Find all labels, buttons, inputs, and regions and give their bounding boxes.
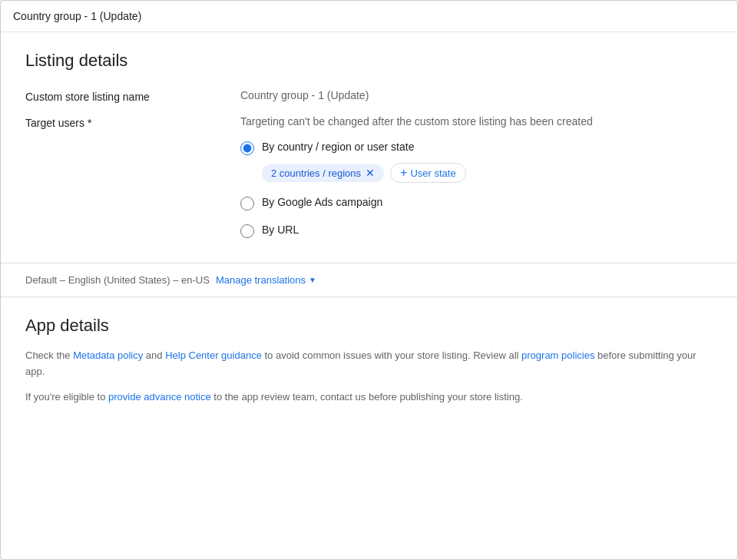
- radio-country-label: By country / region or user state: [262, 140, 414, 155]
- policy-text-1: Check the: [25, 350, 73, 361]
- custom-store-listing-row: Custom store listing name Country group …: [25, 89, 713, 103]
- radio-url-label: By URL: [262, 223, 299, 238]
- policy-text-2: and: [143, 350, 165, 361]
- radio-group: By country / region or user state 2 coun…: [240, 140, 713, 238]
- chevron-down-icon: ▼: [309, 276, 316, 284]
- listing-details-section: Listing details Custom store listing nam…: [1, 32, 737, 263]
- radio-google-ads-input[interactable]: [240, 197, 254, 210]
- radio-country-input[interactable]: [240, 141, 254, 155]
- app-details-section: App details Check the Metadata policy an…: [1, 297, 737, 432]
- add-user-state-chip[interactable]: + User state: [390, 163, 466, 183]
- targeting-notice: Targeting can't be changed after the cus…: [240, 115, 713, 128]
- language-text: Default – English (United States) – en-U…: [25, 274, 210, 286]
- add-chip-label: User state: [410, 167, 455, 179]
- chip-close-icon[interactable]: ✕: [366, 167, 375, 178]
- language-bar: Default – English (United States) – en-U…: [1, 263, 737, 297]
- metadata-policy-link[interactable]: Metadata policy: [73, 350, 143, 361]
- plus-icon: +: [400, 167, 407, 179]
- target-users-label: Target users *: [25, 115, 240, 129]
- notice-text-2: to the app review team, contact us befor…: [211, 391, 523, 403]
- custom-store-listing-value: Country group - 1 (Update): [240, 89, 713, 101]
- radio-url-input[interactable]: [240, 224, 254, 238]
- custom-store-listing-label: Custom store listing name: [25, 89, 240, 103]
- help-center-link[interactable]: Help Center guidance: [165, 350, 262, 361]
- manage-translations-button[interactable]: Manage translations ▼: [216, 274, 316, 286]
- policy-paragraph-1: Check the Metadata policy and Help Cente…: [25, 348, 713, 380]
- content-area: Listing details Custom store listing nam…: [1, 32, 737, 432]
- target-users-row: Target users * Targeting can't be change…: [25, 115, 713, 238]
- radio-country-row[interactable]: By country / region or user state: [240, 140, 713, 155]
- listing-details-title: Listing details: [25, 51, 713, 71]
- program-policies-link[interactable]: program policies: [521, 350, 594, 361]
- radio-url-option[interactable]: By URL: [240, 223, 713, 238]
- chips-row: 2 countries / regions ✕ + User state: [262, 163, 713, 183]
- radio-google-ads-label: By Google Ads campaign: [262, 195, 382, 210]
- main-window: Country group - 1 (Update) Listing detai…: [0, 0, 738, 560]
- radio-google-ads-option[interactable]: By Google Ads campaign: [240, 195, 713, 210]
- manage-translations-label: Manage translations: [216, 274, 306, 286]
- notice-text-1: If you're eligible to: [25, 391, 108, 403]
- app-details-title: App details: [25, 316, 713, 336]
- provide-notice-link[interactable]: provide advance notice: [108, 391, 211, 403]
- policy-paragraph-2: If you're eligible to provide advance no…: [25, 389, 713, 406]
- chip-label: 2 countries / regions: [271, 167, 361, 179]
- window-title: Country group - 1 (Update): [13, 10, 141, 22]
- countries-regions-chip[interactable]: 2 countries / regions ✕: [262, 164, 384, 182]
- radio-country-option: By country / region or user state 2 coun…: [240, 140, 713, 183]
- target-users-content: Targeting can't be changed after the cus…: [240, 115, 713, 238]
- policy-text-3: to avoid common issues with your store l…: [262, 350, 521, 361]
- window-title-bar: Country group - 1 (Update): [1, 1, 737, 32]
